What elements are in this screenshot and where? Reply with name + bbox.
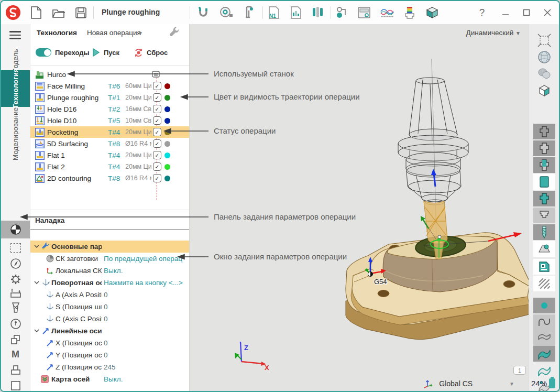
minimize-button[interactable] <box>498 5 513 20</box>
new-file-icon[interactable] <box>28 5 44 20</box>
fit-view-icon[interactable] <box>533 32 555 48</box>
part-teal-icon[interactable] <box>533 241 555 257</box>
gcode-n1-icon[interactable]: N1 <box>266 5 282 20</box>
flag-outline-icon[interactable] <box>533 363 555 378</box>
visibility-checkbox[interactable]: ✓ <box>153 116 161 125</box>
toolpath-color-dot[interactable] <box>164 118 170 124</box>
part-steps-icon[interactable] <box>533 208 555 223</box>
operations-stack-icon[interactable] <box>152 70 160 78</box>
operation-row[interactable]: Hole D10 T#5 10мм Све ✓ <box>30 115 189 126</box>
toolpath-color-dot[interactable] <box>164 95 170 101</box>
graph-curves-icon[interactable] <box>379 5 395 20</box>
toolpath-color-dot[interactable] <box>164 164 170 170</box>
report-icon[interactable] <box>288 5 304 20</box>
stock-setup-icon[interactable] <box>1 286 30 302</box>
operation-row[interactable]: Flat 1 T#4 20мм Цил ✓ <box>30 149 189 161</box>
stock-mixed-icon[interactable] <box>533 157 555 173</box>
measure-tape-icon[interactable] <box>218 5 234 20</box>
toolpath-color-dot[interactable] <box>164 176 170 181</box>
app-logo[interactable] <box>5 5 21 20</box>
param-row[interactable]: СК заготовки По предыдущей операц <box>30 253 189 265</box>
open-file-icon[interactable] <box>51 5 67 20</box>
toolpath-color-dot[interactable] <box>164 129 170 135</box>
stock-wire-icon[interactable] <box>533 124 555 139</box>
param-row[interactable]: C (Axis C Positio 0 <box>30 313 189 325</box>
calculator-icon[interactable] <box>356 5 372 20</box>
stock-gray-icon[interactable] <box>533 140 555 156</box>
new-operation-dropdown[interactable]: Новая операция <box>87 29 141 37</box>
stock-teal-icon[interactable] <box>533 191 555 206</box>
reset-button[interactable]: Сброс <box>134 48 168 57</box>
surface-waves-icon[interactable] <box>533 330 555 346</box>
param-row[interactable]: Y (Позиция оси 0 <box>30 349 189 361</box>
toolpath-color-dot[interactable] <box>164 106 170 112</box>
visibility-checkbox[interactable]: ✓ <box>153 139 161 148</box>
linked-nodes-icon[interactable] <box>334 5 350 20</box>
cs-selector[interactable]: Global CS ▼ <box>423 379 514 388</box>
operation-row[interactable]: 2D contouring T#8 Ø16 R4 мм ✓ <box>30 172 189 184</box>
tools-library-icon[interactable] <box>310 5 326 20</box>
param-row-group[interactable]: Линейные оси <box>30 325 189 337</box>
help-button[interactable]: ? <box>474 5 490 20</box>
visibility-checkbox[interactable]: ✓ <box>153 162 161 171</box>
operation-row[interactable]: Flat 2 T#4 20мм Цил ✓ <box>30 161 189 172</box>
machine-view-icon[interactable] <box>533 259 555 275</box>
operation-row-selected[interactable]: Pocketing T#4 20мм Цил ✓ <box>30 126 189 138</box>
toolpath-color-dot[interactable] <box>164 141 170 147</box>
status-checkbox[interactable]: ✓ <box>153 128 161 136</box>
maximize-button[interactable] <box>519 5 534 20</box>
operation-row[interactable]: 5D Surfacing T#8 Ø16 R4 мм ✓ <box>30 138 189 149</box>
toolpath-color-dot[interactable] <box>164 153 170 158</box>
param-row[interactable]: A (Axis A Positio 0 <box>30 289 189 301</box>
param-row-group[interactable]: Карта осей Выкл. <box>30 373 189 385</box>
visibility-checkbox[interactable]: ✓ <box>153 151 161 159</box>
transitions-toggle[interactable]: Переходы <box>36 48 90 57</box>
param-row[interactable]: S (Позиция шпи 0 <box>30 301 189 313</box>
param-row-main[interactable]: Основные парам <box>30 241 189 253</box>
tab-simulation[interactable]: Моделирование <box>1 109 30 159</box>
drill-view-icon[interactable] <box>533 224 555 240</box>
toggle-switch[interactable] <box>36 48 51 57</box>
marquee-icon[interactable] <box>1 240 30 256</box>
toolpath-color-dot[interactable] <box>164 83 170 89</box>
solids-view-icon[interactable] <box>533 66 555 82</box>
close-button[interactable] <box>540 5 555 20</box>
section-box-icon[interactable] <box>533 83 555 99</box>
visibility-checkbox[interactable]: ✓ <box>153 105 161 113</box>
shaded-sphere-icon[interactable] <box>533 49 555 65</box>
zoom-indicator[interactable]: 24% <box>531 378 555 388</box>
compass-icon[interactable] <box>1 256 30 271</box>
param-row[interactable]: Z (Позиция оси 245 <box>30 361 189 373</box>
gauge-icon[interactable] <box>1 316 30 332</box>
operation-row[interactable]: Hole D16 T#2 16мм Све ✓ <box>30 103 189 115</box>
mcode-icon[interactable]: M <box>1 346 30 362</box>
stamp-icon[interactable] <box>1 362 30 378</box>
run-button[interactable]: Пуск <box>92 48 119 57</box>
param-row[interactable]: Локальная СК Выкл. <box>30 265 189 277</box>
caliper-icon[interactable] <box>241 5 257 20</box>
chevron-down-icon[interactable]: ▼ <box>138 30 143 36</box>
tab-technology[interactable]: Технология <box>1 70 30 107</box>
wrench-icon[interactable] <box>169 27 180 40</box>
hatch-toolpath-icon[interactable] <box>533 276 555 291</box>
menu-icon[interactable] <box>9 31 21 39</box>
layers-icon[interactable] <box>1 332 30 347</box>
param-row[interactable]: X (Позиция оси 0 <box>30 337 189 349</box>
operation-row[interactable]: Plunge roughing T#1 20мм Цил ✓ <box>30 92 189 103</box>
simulation-icon[interactable] <box>424 5 440 20</box>
point-marker-icon[interactable] <box>533 298 555 313</box>
gear-icon[interactable] <box>1 271 30 287</box>
operation-row[interactable]: Face Milling T#6 60мм Цил ✓ <box>30 80 189 92</box>
workpiece-cs-icon[interactable] <box>1 221 30 238</box>
stock-solid-icon[interactable] <box>533 174 555 190</box>
param-row-group[interactable]: Поворотная ось Нажмите на кнопку <...> <box>30 277 189 289</box>
tool-cone-icon[interactable] <box>1 300 30 316</box>
visibility-checkbox[interactable]: ✓ <box>153 93 161 102</box>
viewport-3d[interactable]: Динамический ▼ <box>190 24 530 391</box>
machine-row[interactable]: Hurco <box>30 69 189 80</box>
magnet-snap-icon[interactable] <box>195 5 211 20</box>
surface-teal-icon[interactable] <box>533 346 555 362</box>
save-file-icon[interactable] <box>73 5 89 20</box>
visibility-checkbox[interactable]: ✓ <box>153 174 161 182</box>
square-icon[interactable] <box>1 378 30 392</box>
